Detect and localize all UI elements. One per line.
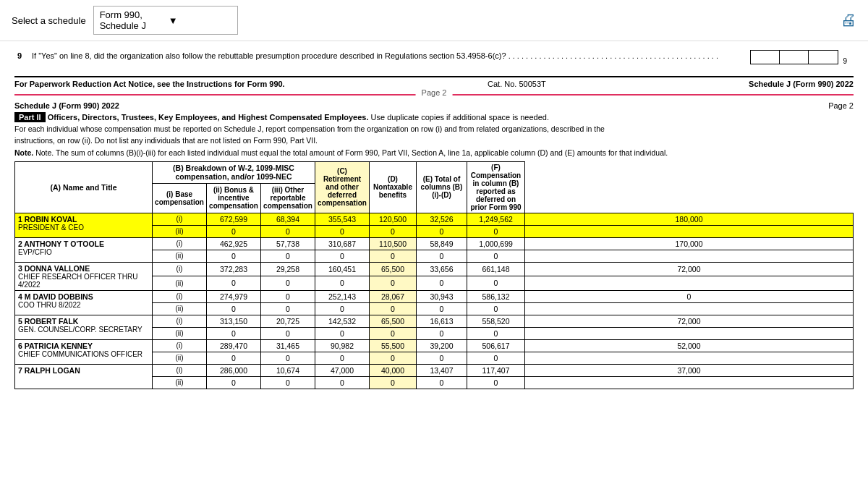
schedule-dropdown[interactable]: Form 990, Schedule J ▼ <box>93 6 238 35</box>
name-cell: 2 ANTHONY T O'TOOLE EVP/CFIO <box>15 237 153 262</box>
b3-ii: 0 <box>315 352 370 364</box>
table-row: 5 ROBERT FALK GEN. COUNSEL/CORP. SECRETA… <box>15 315 854 327</box>
e-i: 661,148 <box>467 262 525 276</box>
c-ii: 0 <box>370 352 417 364</box>
f-ii <box>525 276 854 291</box>
b1-i: 672,599 <box>207 213 261 225</box>
f-ii <box>525 352 854 364</box>
page-divider-area: Page 2 <box>14 94 854 96</box>
f-i: 180,000 <box>525 213 854 225</box>
name-cell: 4 M DAVID DOBBINS COO THRU 8/2022 <box>15 290 153 315</box>
page-label: Page 2 <box>416 88 453 97</box>
q9-number: 9 <box>14 48 29 69</box>
c-i: 55,500 <box>370 339 417 352</box>
d-ii: 0 <box>417 327 467 339</box>
section-9: 9 If "Yes" on line 8, did the organizati… <box>14 48 854 69</box>
b1-ii: 0 <box>207 352 261 364</box>
c-i: 65,500 <box>370 262 417 276</box>
f-i: 37,000 <box>525 364 854 376</box>
name-cell: 5 ROBERT FALK GEN. COUNSEL/CORP. SECRETA… <box>15 315 153 339</box>
col-c-header: (C) Retirement and other deferred compen… <box>315 161 370 213</box>
b1-i: 462,925 <box>207 237 261 250</box>
b1-ii: 0 <box>207 276 261 291</box>
table-row: 2 ANTHONY T O'TOOLE EVP/CFIO (i) 462,925… <box>15 237 854 250</box>
person-num-name: 6 PATRICIA KENNEY <box>18 342 149 350</box>
b2-i: 0 <box>261 290 315 302</box>
col-d-header: (D) Nontaxable benefits <box>370 161 417 213</box>
b2-ii: 0 <box>261 276 315 291</box>
print-button[interactable]: 🖨 <box>841 11 856 30</box>
row-i-label: (i) <box>153 213 207 225</box>
d-ii: 0 <box>417 276 467 291</box>
part-header-row: Part II Officers, Directors, Trustees, K… <box>14 113 854 122</box>
b3-ii: 0 <box>315 250 370 262</box>
e-ii: 0 <box>467 276 525 291</box>
desc2: instructions, on row (ii). Do not list a… <box>14 135 854 146</box>
b1-i: 274,979 <box>207 290 261 302</box>
d-i: 33,656 <box>417 262 467 276</box>
col-f-header: (F) Compensation in column (B) reported … <box>467 161 525 213</box>
name-cell: 6 PATRICIA KENNEY CHIEF COMMUNICATIONS O… <box>15 339 153 364</box>
e-ii: 0 <box>467 250 525 262</box>
footer-notice: For Paperwork Reduction Act Notice, see … <box>14 76 854 88</box>
compensation-table: (A) Name and Title (B) Breakdown of W-2,… <box>14 161 854 389</box>
person-title: CHIEF COMMUNICATIONS OFFICER <box>18 350 149 358</box>
row-ii-label: (ii) <box>153 225 207 237</box>
table-row: 1 ROBIN KOVAL PRESIDENT & CEO (i) 672,59… <box>15 213 854 225</box>
b1-ii: 0 <box>207 302 261 315</box>
q9-answer-area: 9 <box>744 48 854 69</box>
d-i: 30,943 <box>417 290 467 302</box>
b3-i: 142,532 <box>315 315 370 327</box>
footer-schedule: Schedule J (Form 990) 2022 <box>749 80 854 88</box>
row-ii-label: (ii) <box>153 302 207 315</box>
person-num-name: 4 M DAVID DOBBINS <box>18 292 149 301</box>
b1-i: 286,000 <box>207 364 261 376</box>
c-i: 65,500 <box>370 315 417 327</box>
b1-ii: 0 <box>207 327 261 339</box>
row-i-label: (i) <box>153 339 207 352</box>
part-subtitle: Use duplicate copies if additional space… <box>371 113 549 122</box>
b1-ii: 0 <box>207 225 261 237</box>
e-ii: 0 <box>467 352 525 364</box>
d-i: 13,407 <box>417 364 467 376</box>
b3-ii: 0 <box>315 276 370 291</box>
c-ii: 0 <box>370 376 417 389</box>
e-i: 1,000,699 <box>467 237 525 250</box>
row-ii-label: (ii) <box>153 376 207 389</box>
f-ii <box>525 225 854 237</box>
table-row: 6 PATRICIA KENNEY CHIEF COMMUNICATIONS O… <box>15 339 854 352</box>
b2-ii: 0 <box>261 225 315 237</box>
f-i: 52,000 <box>525 339 854 352</box>
row-ii-label: (ii) <box>153 352 207 364</box>
name-cell: 3 DONNA VALLONE CHIEF RESEARCH OFFICER T… <box>15 262 153 290</box>
c-i: 110,500 <box>370 237 417 250</box>
e-ii: 0 <box>467 225 525 237</box>
row-i-label: (i) <box>153 237 207 250</box>
c-ii: 0 <box>370 250 417 262</box>
footer-cat: Cat. No. 50053T <box>488 80 546 88</box>
form-title-left: Schedule J (Form 990) 2022 <box>14 101 119 110</box>
person-title: COO THRU 8/2022 <box>18 301 149 309</box>
dropdown-arrow-icon[interactable]: ▼ <box>169 15 231 26</box>
row-ii-label: (ii) <box>153 250 207 262</box>
schedule-selector-area: Select a schedule Form 990, Schedule J ▼ <box>12 6 238 35</box>
footer-notice-text: For Paperwork Reduction Act Notice, see … <box>14 80 285 88</box>
b2-ii: 0 <box>261 376 315 389</box>
d-ii: 0 <box>417 302 467 315</box>
row-i-label: (i) <box>153 364 207 376</box>
c-ii: 0 <box>370 276 417 291</box>
row-ii-label: (ii) <box>153 276 207 291</box>
form-title-right: Page 2 <box>828 101 854 110</box>
e-ii: 0 <box>467 302 525 315</box>
b3-ii: 0 <box>315 327 370 339</box>
col-a-header: (A) Name and Title <box>15 161 153 213</box>
f-i: 0 <box>525 290 854 302</box>
q9-box3 <box>809 51 838 64</box>
col-b3-header: (iii) Other reportable compensation <box>261 184 315 213</box>
b2-i: 10,674 <box>261 364 315 376</box>
row-i-label: (i) <box>153 262 207 276</box>
d-i: 16,613 <box>417 315 467 327</box>
b2-i: 20,725 <box>261 315 315 327</box>
c-i: 120,500 <box>370 213 417 225</box>
e-i: 586,132 <box>467 290 525 302</box>
